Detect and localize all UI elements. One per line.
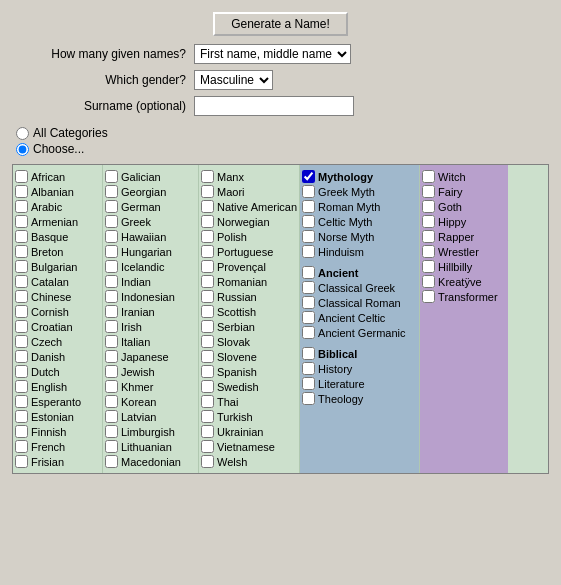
biblical-checkbox[interactable]	[302, 347, 315, 360]
rapper-checkbox[interactable]	[422, 230, 435, 243]
list-item: Macedonian	[105, 455, 196, 468]
native-american-checkbox[interactable]	[201, 200, 214, 213]
english-checkbox[interactable]	[15, 380, 28, 393]
irish-checkbox[interactable]	[105, 320, 118, 333]
hinduism-checkbox[interactable]	[302, 245, 315, 258]
vietnamese-checkbox[interactable]	[201, 440, 214, 453]
column-3: Manx Maori Native American Norwegian Pol…	[199, 165, 300, 473]
ancient-celtic-checkbox[interactable]	[302, 311, 315, 324]
classical-greek-checkbox[interactable]	[302, 281, 315, 294]
basque-checkbox[interactable]	[15, 230, 28, 243]
gender-select[interactable]: Masculine Feminine Either	[194, 70, 273, 90]
romanian-checkbox[interactable]	[201, 275, 214, 288]
jewish-checkbox[interactable]	[105, 365, 118, 378]
lithuanian-checkbox[interactable]	[105, 440, 118, 453]
ukrainian-checkbox[interactable]	[201, 425, 214, 438]
khmer-checkbox[interactable]	[105, 380, 118, 393]
welsh-checkbox[interactable]	[201, 455, 214, 468]
ancient-germanic-checkbox[interactable]	[302, 326, 315, 339]
armenian-checkbox[interactable]	[15, 215, 28, 228]
hawaiian-checkbox[interactable]	[105, 230, 118, 243]
roman-myth-checkbox[interactable]	[302, 200, 315, 213]
african-checkbox[interactable]	[15, 170, 28, 183]
list-item: Arabic	[15, 200, 100, 213]
greek-checkbox[interactable]	[105, 215, 118, 228]
galician-checkbox[interactable]	[105, 170, 118, 183]
goth-checkbox[interactable]	[422, 200, 435, 213]
maori-checkbox[interactable]	[201, 185, 214, 198]
kreatve-checkbox[interactable]	[422, 275, 435, 288]
classical-roman-checkbox[interactable]	[302, 296, 315, 309]
literature-checkbox[interactable]	[302, 377, 315, 390]
indonesian-checkbox[interactable]	[105, 290, 118, 303]
fairy-checkbox[interactable]	[422, 185, 435, 198]
cornish-checkbox[interactable]	[15, 305, 28, 318]
russian-checkbox[interactable]	[201, 290, 214, 303]
list-item: Italian	[105, 335, 196, 348]
given-names-select[interactable]: First name only First name, middle name …	[194, 44, 351, 64]
indian-checkbox[interactable]	[105, 275, 118, 288]
icelandic-checkbox[interactable]	[105, 260, 118, 273]
frisian-checkbox[interactable]	[15, 455, 28, 468]
catalan-checkbox[interactable]	[15, 275, 28, 288]
swedish-checkbox[interactable]	[201, 380, 214, 393]
celtic-myth-checkbox[interactable]	[302, 215, 315, 228]
spanish-checkbox[interactable]	[201, 365, 214, 378]
danish-checkbox[interactable]	[15, 350, 28, 363]
macedonian-checkbox[interactable]	[105, 455, 118, 468]
norse-myth-checkbox[interactable]	[302, 230, 315, 243]
chinese-checkbox[interactable]	[15, 290, 28, 303]
german-checkbox[interactable]	[105, 200, 118, 213]
croatian-checkbox[interactable]	[15, 320, 28, 333]
arabic-checkbox[interactable]	[15, 200, 28, 213]
surname-input[interactable]	[194, 96, 354, 116]
list-item: Norse Myth	[302, 230, 417, 243]
generate-button[interactable]: Generate a Name!	[213, 12, 348, 36]
list-item: Maori	[201, 185, 297, 198]
czech-checkbox[interactable]	[15, 335, 28, 348]
ancient-checkbox[interactable]	[302, 266, 315, 279]
choose-radio[interactable]	[16, 143, 29, 156]
mythology-checkbox[interactable]	[302, 170, 315, 183]
japanese-checkbox[interactable]	[105, 350, 118, 363]
all-categories-radio[interactable]	[16, 127, 29, 140]
serbian-checkbox[interactable]	[201, 320, 214, 333]
transformer-checkbox[interactable]	[422, 290, 435, 303]
latvian-checkbox[interactable]	[105, 410, 118, 423]
history-checkbox[interactable]	[302, 362, 315, 375]
hillbilly-checkbox[interactable]	[422, 260, 435, 273]
witch-checkbox[interactable]	[422, 170, 435, 183]
bulgarian-checkbox[interactable]	[15, 260, 28, 273]
list-item: Finnish	[15, 425, 100, 438]
korean-checkbox[interactable]	[105, 395, 118, 408]
hippy-checkbox[interactable]	[422, 215, 435, 228]
list-item: Basque	[15, 230, 100, 243]
portuguese-checkbox[interactable]	[201, 245, 214, 258]
greek-myth-checkbox[interactable]	[302, 185, 315, 198]
provencal-checkbox[interactable]	[201, 260, 214, 273]
georgian-checkbox[interactable]	[105, 185, 118, 198]
french-checkbox[interactable]	[15, 440, 28, 453]
dutch-checkbox[interactable]	[15, 365, 28, 378]
scottish-checkbox[interactable]	[201, 305, 214, 318]
estonian-checkbox[interactable]	[15, 410, 28, 423]
theology-checkbox[interactable]	[302, 392, 315, 405]
thai-checkbox[interactable]	[201, 395, 214, 408]
slovak-checkbox[interactable]	[201, 335, 214, 348]
manx-checkbox[interactable]	[201, 170, 214, 183]
finnish-checkbox[interactable]	[15, 425, 28, 438]
polish-checkbox[interactable]	[201, 230, 214, 243]
esperanto-checkbox[interactable]	[15, 395, 28, 408]
turkish-checkbox[interactable]	[201, 410, 214, 423]
wrestler-checkbox[interactable]	[422, 245, 435, 258]
italian-checkbox[interactable]	[105, 335, 118, 348]
iranian-checkbox[interactable]	[105, 305, 118, 318]
list-item: Scottish	[201, 305, 297, 318]
breton-checkbox[interactable]	[15, 245, 28, 258]
slovene-checkbox[interactable]	[201, 350, 214, 363]
hungarian-checkbox[interactable]	[105, 245, 118, 258]
limburgish-checkbox[interactable]	[105, 425, 118, 438]
albanian-checkbox[interactable]	[15, 185, 28, 198]
list-item: African	[15, 170, 100, 183]
norwegian-checkbox[interactable]	[201, 215, 214, 228]
